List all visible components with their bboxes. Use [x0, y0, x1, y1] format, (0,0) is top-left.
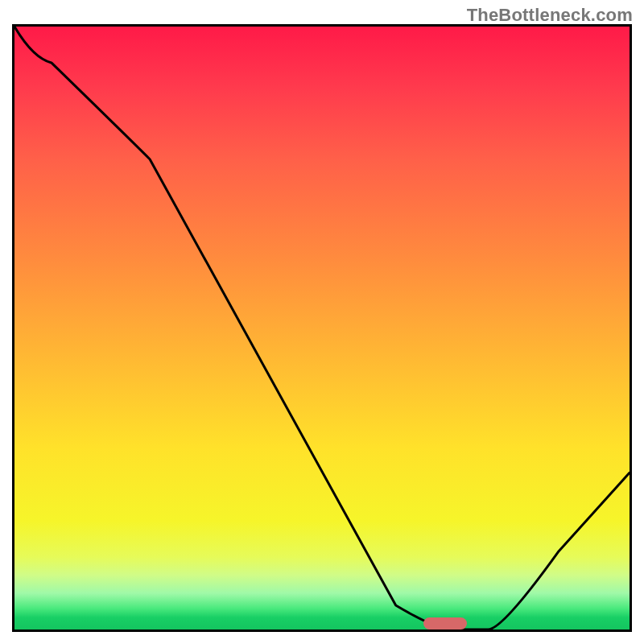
value-curve	[14, 27, 630, 630]
watermark-label: TheBottleneck.com	[467, 5, 633, 26]
chart-container: TheBottleneck.com	[0, 0, 644, 644]
plot-area	[12, 24, 632, 632]
optimal-marker	[423, 617, 466, 630]
curve-path	[14, 27, 630, 630]
